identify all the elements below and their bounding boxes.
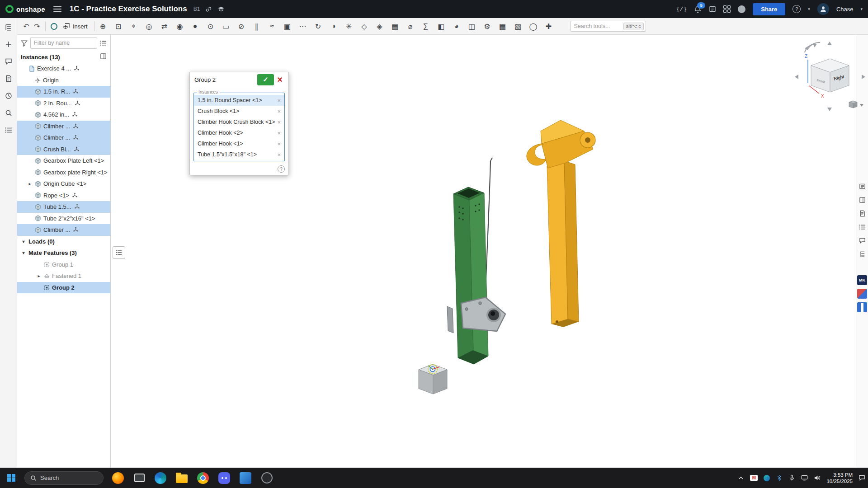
mate-connector-icon[interactable] [73,227,79,233]
mate-connector-icon[interactable] [73,135,79,141]
planar-tool-icon[interactable]: ▭ [220,20,232,32]
filter-icon[interactable] [21,40,28,47]
remove-instance-icon[interactable]: × [276,108,282,115]
parallel-tool-icon[interactable]: ∥ [251,20,263,32]
tree-item[interactable]: Tube 2"x2"x16" <1> [17,213,110,225]
confirm-button[interactable]: ✓ [257,74,274,85]
microphone-icon[interactable] [788,474,795,481]
cancel-icon[interactable]: × [274,74,286,85]
display-states-tool-icon[interactable]: ◫ [466,20,478,32]
dialog-instance-row[interactable]: Crush Block <1> × [194,106,284,117]
hole-tool-icon[interactable]: ◯ [528,20,539,32]
tree-item[interactable]: 4.562 in... [17,109,110,121]
right-panel-tab-icon[interactable] [857,181,867,191]
dialog-instance-row[interactable]: Climber Hook <2> × [194,127,284,138]
custom-feature-tool-icon[interactable]: ✚ [543,20,555,32]
comments-panel-icon[interactable] [3,56,14,67]
fastened-tool-icon[interactable]: ◉ [174,20,186,32]
redo-icon[interactable]: ↷ [32,20,42,32]
cylindrical-tool-icon[interactable]: ⊙ [205,20,217,32]
taskbar-app-blue[interactable] [237,470,254,486]
tree-item[interactable]: Gearbox Plate Left <1> [17,155,110,167]
origin-cube-part[interactable] [419,364,447,394]
mass-properties-tool-icon[interactable]: ∑ [420,20,432,32]
group-tool-icon[interactable]: ⊡ [113,20,124,32]
remove-instance-icon[interactable]: × [276,119,282,126]
dialog-help-icon[interactable]: ? [278,165,285,173]
filter-input[interactable] [30,37,97,49]
mk-app-tab-icon[interactable]: MK [857,275,867,285]
help-icon[interactable]: ? [793,5,801,13]
rotate-right-icon[interactable] [862,75,865,79]
mate-connector-icon[interactable] [72,112,78,117]
taskbar-app-dark[interactable] [259,470,275,486]
app-tab-icon[interactable] [857,289,867,299]
rotate-down-icon[interactable] [827,108,832,111]
tree-item[interactable]: Climber ... [17,224,110,236]
mate-features-section-header[interactable]: ▾ Mate Features (3) [17,247,110,259]
volume-icon[interactable] [814,474,821,481]
dialog-instance-row[interactable]: Tube 1.5"x1.5"x18" <1> × [194,149,284,160]
help-caret-icon[interactable]: ▾ [808,7,810,11]
mate-feature-item[interactable]: ▸ Fastened 1 [17,270,110,282]
mate-connector-panel-icon[interactable] [3,39,14,50]
undo-icon[interactable]: ↶ [21,20,32,32]
remove-instance-icon[interactable]: × [276,130,282,136]
notifications-bell-icon[interactable]: 5 [694,5,702,13]
mate-feature-item[interactable]: Group 1 [17,259,110,271]
taskbar-app-file-explorer[interactable] [174,470,190,486]
display-icon[interactable] [801,474,808,481]
configurations-tool-icon[interactable]: ⚙ [481,20,493,32]
tree-item[interactable]: 2 in. Rou... [17,98,110,109]
tree-item[interactable]: Exercise 4 ... [17,63,110,75]
replicate-tool-icon[interactable]: ▣ [282,20,293,32]
sheet-metal-tool-icon[interactable]: ▦ [497,20,509,32]
circular-pattern-tool-icon[interactable]: ↻ [312,20,324,32]
bluetooth-icon[interactable] [776,474,783,481]
tree-item[interactable]: Climber ... [17,132,110,144]
linear-pattern-tool-icon[interactable]: ⋯ [297,20,309,32]
mirror-tool-icon[interactable]: ◑ [328,20,340,32]
mate-connector-icon[interactable] [74,204,80,210]
instances-listbox[interactable]: Instances 1.5 in. Round Spacer <1> × Cru… [193,93,285,161]
named-positions-tool-icon[interactable]: ◈ [374,20,386,32]
dialog-instance-row[interactable]: Climber Hook <1> × [194,138,284,149]
taskbar-clock[interactable]: 3:53 PM 10/25/2025 [826,472,853,484]
tree-item[interactable]: Rope <1> [17,190,110,202]
mate-connector-icon[interactable] [73,89,79,94]
search-panel-icon[interactable] [3,108,14,118]
tree-item[interactable]: ▸ Origin Cube <1> [17,178,110,190]
rotate-left-icon[interactable] [795,75,798,79]
frame-tool-icon[interactable]: ▧ [512,20,524,32]
tree-item[interactable]: Crush Bl... [17,144,110,155]
mate-connector-icon[interactable] [73,123,79,129]
menu-icon[interactable] [53,6,61,12]
view-cube[interactable]: Front Right Z X [791,39,868,115]
taskbar-app-chrome[interactable] [195,470,211,486]
version-badge[interactable]: B1 [193,6,200,12]
featurescript-icon[interactable]: {/} [676,6,687,13]
right-panel-tab-icon[interactable] [857,222,867,232]
tree-item[interactable]: Climber ... [17,121,110,132]
learning-icon[interactable] [217,5,225,13]
notification-center-icon[interactable] [859,474,865,481]
mate-tool-icon[interactable]: ⊕ [97,20,109,32]
community-icon[interactable] [738,5,745,13]
tree-item[interactable]: Gearbox plate Right <1> [17,167,110,178]
bom-tool-icon[interactable]: ▤ [389,20,401,32]
onshape-logo[interactable]: onshape [5,5,45,13]
user-menu-caret-icon[interactable]: ▾ [860,7,863,11]
mate-connector-icon[interactable] [72,192,78,198]
chevron-right-icon[interactable]: ▸ [27,181,33,186]
snapshot-tool-icon[interactable]: ◇ [359,20,370,32]
rotate-up-icon[interactable] [827,42,832,45]
pin-slot-tool-icon[interactable]: ⊘ [236,20,247,32]
taskbar-app-edge[interactable] [152,470,169,486]
open-panel-icon[interactable] [100,53,107,61]
avatar[interactable] [817,3,829,15]
tray-app-icon[interactable] [764,475,770,481]
taskbar-app-discord[interactable] [216,470,232,486]
share-button[interactable]: Share [753,3,785,15]
tangent-tool-icon[interactable]: ≈ [266,20,278,32]
taskbar-search[interactable]: Search [24,471,104,485]
